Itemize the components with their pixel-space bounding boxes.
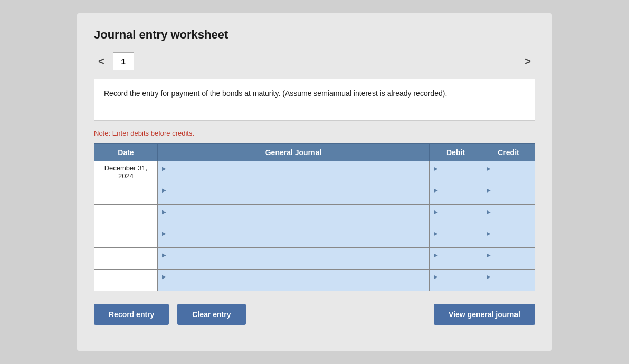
debit-input-5[interactable] (434, 259, 478, 267)
debit-cell-1[interactable] (430, 161, 482, 183)
debit-input-1[interactable] (434, 173, 478, 180)
page-title: Journal entry worksheet (94, 28, 535, 42)
journal-input-2[interactable] (162, 194, 425, 202)
table-row: December 31,2024 (94, 161, 535, 183)
credit-input-3[interactable] (487, 216, 530, 224)
credit-cell-4[interactable] (482, 226, 535, 248)
date-cell-2 (94, 183, 158, 205)
prev-arrow-button[interactable]: < (94, 53, 109, 70)
col-journal-header: General Journal (158, 144, 430, 161)
view-general-journal-button[interactable]: View general journal (434, 304, 535, 325)
journal-cell-2[interactable] (158, 183, 430, 205)
debit-input-2[interactable] (434, 194, 478, 202)
journal-input-6[interactable] (162, 281, 425, 289)
col-credit-header: Credit (482, 144, 535, 161)
debit-cell-3[interactable] (430, 205, 482, 226)
credit-cell-6[interactable] (482, 270, 535, 291)
journal-input-3[interactable] (162, 216, 425, 224)
debit-input-4[interactable] (434, 237, 478, 245)
page-number-box: 1 (113, 52, 134, 70)
main-container: Journal entry worksheet < 1 > Record the… (77, 13, 552, 351)
credit-input-4[interactable] (487, 237, 530, 245)
credit-cell-2[interactable] (482, 183, 535, 205)
date-cell-1: December 31,2024 (94, 161, 158, 183)
debit-input-3[interactable] (434, 216, 478, 224)
journal-input-5[interactable] (162, 259, 425, 267)
date-cell-3 (94, 205, 158, 226)
journal-cell-3[interactable] (158, 205, 430, 226)
debit-input-6[interactable] (434, 281, 478, 289)
col-debit-header: Debit (430, 144, 482, 161)
record-entry-button[interactable]: Record entry (94, 304, 169, 325)
credit-cell-1[interactable] (482, 161, 535, 183)
debit-cell-2[interactable] (430, 183, 482, 205)
table-row (94, 183, 535, 205)
next-arrow-button[interactable]: > (520, 53, 535, 70)
credit-input-1[interactable] (487, 173, 530, 180)
table-row (94, 270, 535, 291)
credit-input-5[interactable] (487, 259, 530, 267)
debit-cell-6[interactable] (430, 270, 482, 291)
nav-left: < 1 (94, 52, 134, 70)
date-cell-6 (94, 270, 158, 291)
journal-cell-5[interactable] (158, 248, 430, 270)
journal-cell-4[interactable] (158, 226, 430, 248)
credit-cell-3[interactable] (482, 205, 535, 226)
debit-cell-5[interactable] (430, 248, 482, 270)
table-row (94, 205, 535, 226)
credit-input-2[interactable] (487, 194, 530, 202)
description-text: Record the entry for payment of the bond… (104, 89, 447, 98)
description-box: Record the entry for payment of the bond… (94, 79, 535, 121)
journal-input-1[interactable] (162, 173, 425, 180)
table-row (94, 226, 535, 248)
credit-cell-5[interactable] (482, 248, 535, 270)
col-date-header: Date (94, 144, 158, 161)
clear-entry-button[interactable]: Clear entry (177, 304, 245, 325)
debit-cell-4[interactable] (430, 226, 482, 248)
credit-input-6[interactable] (487, 281, 530, 289)
date-cell-5 (94, 248, 158, 270)
note-text: Note: Enter debits before credits. (94, 129, 535, 137)
journal-table: Date General Journal Debit Credit Decemb… (94, 143, 535, 291)
table-header-row: Date General Journal Debit Credit (94, 144, 535, 161)
journal-input-4[interactable] (162, 237, 425, 245)
date-cell-4 (94, 226, 158, 248)
journal-cell-6[interactable] (158, 270, 430, 291)
table-row (94, 248, 535, 270)
nav-row: < 1 > (94, 52, 535, 70)
journal-cell-1[interactable] (158, 161, 430, 183)
buttons-row: Record entry Clear entry View general jo… (94, 304, 535, 325)
